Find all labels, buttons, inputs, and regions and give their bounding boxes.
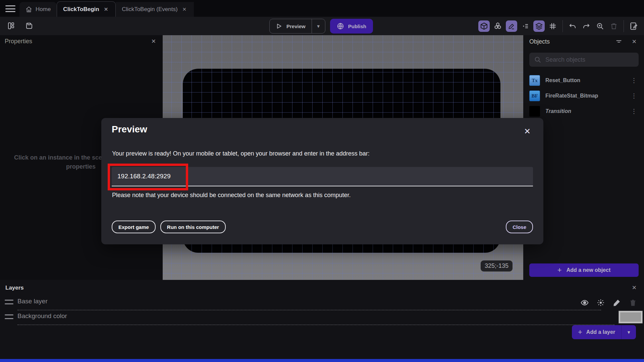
dialog-title: Preview xyxy=(112,124,147,135)
cubes-stack-icon xyxy=(493,22,502,31)
toolbar: Preview ▼ Publish xyxy=(0,17,644,35)
edit-scene-properties-icon xyxy=(629,22,638,31)
objects-list: Tx Reset_Button ⋮ BF FireRateStat_Bitmap… xyxy=(524,73,644,119)
add-new-object-label: Add a new object xyxy=(567,267,611,273)
save-button[interactable] xyxy=(23,20,35,32)
globe-icon xyxy=(337,22,344,30)
preview-button-group: Preview ▼ xyxy=(269,19,325,34)
objects-search-placeholder: Search objects xyxy=(545,56,585,63)
toolbar-center: Preview ▼ Publish xyxy=(269,19,373,34)
chevron-down-icon: ▼ xyxy=(627,330,631,335)
preview-options-button[interactable]: ▼ xyxy=(312,19,325,33)
preview-address-input[interactable]: 192.168.2.48:2929 xyxy=(112,167,533,186)
cube-3d-icon xyxy=(480,22,488,30)
layers-panel-close-icon[interactable]: ✕ xyxy=(630,284,639,292)
tab-bar: Home ClickToBegin ✕ ClickToBegin (Events… xyxy=(0,0,644,17)
project-manager-icon xyxy=(7,22,15,30)
dialog-actions: Export game Run on this computer Close xyxy=(112,221,533,233)
dialog-close-icon[interactable]: ✕ xyxy=(521,125,533,137)
tab-scene-label: ClickToBegin xyxy=(63,6,99,13)
layer-effects-button[interactable] xyxy=(596,298,606,308)
tab-events-close-icon[interactable]: ✕ xyxy=(181,6,188,13)
effects-sun-icon xyxy=(596,298,605,307)
toolbar-right xyxy=(478,20,639,32)
add-layer-button-group: + Add a layer ▼ xyxy=(572,325,636,339)
layer-delete-button[interactable] xyxy=(628,298,638,308)
project-manager-button[interactable] xyxy=(5,20,17,32)
tab-events-label: ClickToBegin (Events) xyxy=(122,6,177,13)
objects-editor-button[interactable] xyxy=(492,20,503,32)
redo-icon xyxy=(582,22,590,30)
pencil-icon xyxy=(613,299,621,307)
instances-list-button[interactable] xyxy=(520,20,531,32)
preview-button-label: Preview xyxy=(286,23,306,29)
tab-home[interactable]: Home xyxy=(19,2,57,17)
object-name: Transition xyxy=(545,108,624,114)
edit-mode-button[interactable] xyxy=(506,20,517,32)
drag-handle-icon[interactable] xyxy=(5,314,13,319)
scene-properties-button[interactable] xyxy=(628,20,639,32)
sprite-object-icon xyxy=(529,106,540,117)
layer-row-background-color[interactable]: Background color xyxy=(0,310,644,325)
layer-edit-button[interactable] xyxy=(612,298,622,308)
tab-home-label: Home xyxy=(36,6,51,13)
publish-button-label: Publish xyxy=(348,23,366,29)
object-name: FireRateStat_Bitmap xyxy=(545,93,624,99)
text-object-icon: Tx xyxy=(529,75,540,86)
add-layer-button[interactable]: + Add a layer xyxy=(572,325,621,339)
tab-scene[interactable]: ClickToBegin ✕ xyxy=(57,1,116,17)
drag-handle-icon[interactable] xyxy=(5,300,13,304)
background-color-swatch[interactable] xyxy=(619,311,642,323)
grid-button[interactable] xyxy=(547,20,558,32)
publish-button[interactable]: Publish xyxy=(330,19,373,34)
pencil-icon xyxy=(508,22,515,30)
layer-row-base[interactable]: Base layer xyxy=(0,296,644,310)
objects-search-input[interactable]: Search objects xyxy=(529,53,639,67)
preview-dialog: Preview ✕ Your preview is ready! On your… xyxy=(101,118,543,244)
layer-name: Base layer xyxy=(17,298,48,305)
preview-button[interactable]: Preview xyxy=(270,19,312,33)
play-icon xyxy=(276,23,282,29)
layer-visibility-button[interactable] xyxy=(580,298,590,308)
tab-events[interactable]: ClickToBegin (Events) ✕ xyxy=(116,2,194,17)
object-row-reset-button[interactable]: Tx Reset_Button ⋮ xyxy=(524,73,644,88)
grid-icon xyxy=(549,22,557,30)
search-icon xyxy=(534,56,541,63)
object-menu-icon[interactable]: ⋮ xyxy=(630,92,639,100)
layers-icon xyxy=(535,22,543,30)
bottom-accent-strip xyxy=(0,359,644,362)
bitmap-font-object-icon: BF xyxy=(529,90,540,101)
eye-icon xyxy=(580,298,589,307)
tab-scene-close-icon[interactable]: ✕ xyxy=(103,6,110,13)
export-game-button[interactable]: Export game xyxy=(112,221,156,233)
run-on-this-computer-button[interactable]: Run on this computer xyxy=(160,221,226,233)
redo-button[interactable] xyxy=(581,20,592,32)
plus-icon: + xyxy=(578,328,582,336)
cursor-position-badge: 325;-135 xyxy=(481,260,513,272)
add-new-object-button[interactable]: + Add a new object xyxy=(529,263,639,277)
close-button[interactable]: Close xyxy=(506,221,533,233)
zoom-button[interactable] xyxy=(594,20,606,32)
preview-address-value: 192.168.2.48:2929 xyxy=(117,173,171,180)
undo-button[interactable] xyxy=(567,20,578,32)
gdevelop-window: Home ClickToBegin ✕ ClickToBegin (Events… xyxy=(0,0,644,362)
toolbar-divider xyxy=(624,20,624,32)
trash-icon xyxy=(610,22,618,30)
object-menu-icon[interactable]: ⋮ xyxy=(630,77,639,84)
objects-filter-button[interactable] xyxy=(615,38,623,45)
add-layer-label: Add a layer xyxy=(586,329,615,335)
toolbar-divider xyxy=(562,20,563,32)
object-row-fireratestat-bitmap[interactable]: BF FireRateStat_Bitmap ⋮ xyxy=(524,88,644,104)
object-name: Reset_Button xyxy=(545,77,624,83)
object-menu-icon[interactable]: ⋮ xyxy=(630,108,639,115)
layers-panel-button[interactable] xyxy=(533,20,545,32)
properties-panel-close-icon[interactable]: ✕ xyxy=(149,37,158,46)
add-layer-options-button[interactable]: ▼ xyxy=(621,325,636,339)
delete-button[interactable] xyxy=(608,20,620,32)
plus-icon: + xyxy=(557,266,562,274)
objects-panel-close-icon[interactable]: ✕ xyxy=(630,38,639,46)
home-icon xyxy=(25,6,32,13)
toggle-3d-view-button[interactable] xyxy=(478,20,490,32)
main-menu-button[interactable] xyxy=(5,4,16,13)
object-row-transition[interactable]: Transition ⋮ xyxy=(524,104,644,119)
